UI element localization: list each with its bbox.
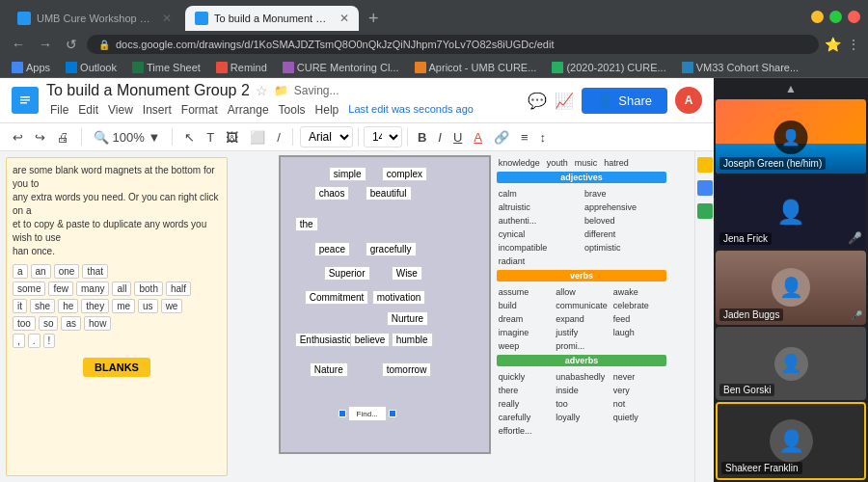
canvas-word-superior[interactable]: Superior bbox=[324, 266, 370, 281]
bookmark-apricot[interactable]: Apricot - UMB CURE... bbox=[411, 60, 541, 75]
word-tag-that[interactable]: that bbox=[82, 264, 108, 279]
adj-apprehensive[interactable]: apprehensive bbox=[583, 201, 666, 213]
color-button[interactable]: A bbox=[469, 127, 487, 147]
word-tag-an[interactable]: an bbox=[31, 264, 51, 279]
adv-there[interactable]: there bbox=[497, 385, 553, 396]
word-so[interactable]: so bbox=[39, 316, 59, 331]
back-button[interactable]: ← bbox=[8, 35, 29, 54]
new-tab-button[interactable]: + bbox=[363, 7, 385, 31]
underline-button[interactable]: U bbox=[448, 127, 467, 147]
menu-help[interactable]: Help bbox=[312, 101, 343, 119]
canvas-word-enthusiastic[interactable]: Enthusiastic bbox=[295, 333, 357, 347]
bookmark-vm33[interactable]: VM33 Cohort Share... bbox=[678, 60, 802, 75]
canvas-word-wise[interactable]: Wise bbox=[392, 266, 422, 281]
adj-radiant[interactable]: radiant bbox=[497, 255, 581, 267]
font-size-selector[interactable]: 14 bbox=[364, 126, 402, 147]
rw-youth[interactable]: youth bbox=[545, 157, 570, 169]
menu-insert[interactable]: Insert bbox=[139, 101, 176, 119]
adv-too[interactable]: too bbox=[554, 398, 610, 410]
docs-title-text[interactable]: To build a Monument Group 2 bbox=[46, 82, 250, 99]
v-dream[interactable]: dream bbox=[497, 313, 553, 325]
word-too[interactable]: too bbox=[13, 316, 36, 331]
adv-loyally[interactable]: loyally bbox=[554, 412, 610, 423]
v-communicate[interactable]: communicate bbox=[554, 300, 610, 311]
font-selector[interactable]: Arial bbox=[300, 126, 353, 147]
canvas-word-humble[interactable]: humble bbox=[392, 333, 433, 347]
sidebar-icon-2[interactable] bbox=[697, 180, 713, 196]
canvas-word-simple[interactable]: simple bbox=[329, 167, 366, 181]
adj-calm[interactable]: calm bbox=[497, 188, 581, 200]
move-icon[interactable]: 📁 bbox=[274, 84, 288, 97]
canvas-word-nature[interactable]: Nature bbox=[310, 362, 348, 377]
menu-tools[interactable]: Tools bbox=[275, 101, 310, 119]
word-some[interactable]: some bbox=[13, 281, 45, 296]
canvas-word-commitment[interactable]: Commitment bbox=[305, 290, 369, 305]
rw-hatred[interactable]: hatred bbox=[602, 157, 631, 169]
comment-icon[interactable]: 💬 bbox=[528, 92, 547, 110]
canvas-word-nurture[interactable]: Nurture bbox=[387, 311, 428, 326]
adj-beloved[interactable]: beloved bbox=[583, 215, 666, 227]
menu-file[interactable]: File bbox=[46, 101, 72, 119]
sidebar-icon-3[interactable] bbox=[697, 203, 713, 219]
maximize-button[interactable] bbox=[829, 11, 842, 23]
refresh-button[interactable]: ↺ bbox=[62, 35, 81, 54]
blanks-button[interactable]: BLANKS bbox=[83, 358, 150, 377]
adj-altruistic[interactable]: altruistic bbox=[497, 201, 581, 213]
word-they[interactable]: they bbox=[81, 299, 109, 313]
line-tool[interactable]: / bbox=[272, 127, 285, 147]
adv-quietly[interactable]: quietly bbox=[611, 412, 667, 423]
share-button[interactable]: 👤 Share bbox=[582, 88, 667, 114]
word-he[interactable]: he bbox=[58, 299, 78, 313]
last-edit-link[interactable]: Last edit was seconds ago bbox=[344, 101, 477, 119]
rw-music[interactable]: music bbox=[573, 157, 600, 169]
adv-unabashedly[interactable]: unabashedly bbox=[554, 371, 610, 383]
word-exclaim[interactable]: ! bbox=[43, 334, 56, 348]
v-allow[interactable]: allow bbox=[554, 286, 610, 298]
minimize-button[interactable] bbox=[811, 11, 824, 23]
extensions-icon[interactable]: ⭐ bbox=[825, 37, 841, 52]
word-us[interactable]: us bbox=[138, 299, 158, 313]
url-bar[interactable]: 🔒 docs.google.com/drawings/d/1KoSMAJDZTs… bbox=[87, 35, 819, 54]
canvas-word-motivation[interactable]: motivation bbox=[372, 290, 426, 305]
word-all[interactable]: all bbox=[112, 281, 131, 296]
canvas-word-tomorrow[interactable]: tomorrow bbox=[382, 362, 432, 377]
tab-2[interactable]: To build a Monument Group 2 ... ✕ bbox=[185, 6, 359, 31]
link-button[interactable]: 🔗 bbox=[489, 127, 514, 147]
collapse-button[interactable]: ▲ bbox=[716, 80, 866, 97]
v-assume[interactable]: assume bbox=[497, 286, 553, 298]
align-button[interactable]: ≡ bbox=[516, 127, 533, 147]
adv-really[interactable]: really bbox=[497, 398, 553, 410]
word-comma[interactable]: , bbox=[13, 334, 25, 348]
canvas-word-the[interactable]: the bbox=[295, 217, 318, 231]
bookmark-remind[interactable]: Remind bbox=[212, 60, 271, 75]
bookmark-outlook[interactable]: Outlook bbox=[62, 60, 121, 75]
adv-inside[interactable]: inside bbox=[554, 385, 610, 396]
rw-knowledge[interactable]: knowledge bbox=[497, 157, 542, 169]
word-tag-a[interactable]: a bbox=[13, 264, 28, 279]
word-few[interactable]: few bbox=[48, 281, 73, 296]
v-build[interactable]: build bbox=[497, 300, 553, 311]
menu-format[interactable]: Format bbox=[177, 101, 222, 119]
word-me[interactable]: me bbox=[112, 299, 135, 313]
tab-1[interactable]: UMB Cure Workshop Concept:d... ✕ bbox=[8, 6, 181, 31]
tab1-close[interactable]: ✕ bbox=[162, 12, 172, 25]
tab2-close[interactable]: ✕ bbox=[339, 12, 349, 25]
bold-button[interactable]: B bbox=[413, 127, 431, 147]
adj-cynical[interactable]: cynical bbox=[497, 228, 581, 240]
redo-button[interactable]: ↪ bbox=[30, 127, 50, 147]
canvas-word-complex[interactable]: complex bbox=[382, 167, 427, 181]
word-we[interactable]: we bbox=[161, 299, 183, 313]
v-expand[interactable]: expand bbox=[554, 313, 610, 325]
canvas-word-believe[interactable]: believe bbox=[350, 333, 391, 347]
word-half[interactable]: half bbox=[166, 281, 191, 296]
menu-view[interactable]: View bbox=[104, 101, 137, 119]
v-feed[interactable]: feed bbox=[611, 313, 667, 325]
adj-incompatible[interactable]: incompatible bbox=[497, 242, 581, 254]
line-spacing-button[interactable]: ↕ bbox=[535, 127, 552, 147]
canvas-word-beautiful[interactable]: beautiful bbox=[366, 186, 412, 201]
v-justify[interactable]: justify bbox=[554, 327, 610, 338]
menu-edit[interactable]: Edit bbox=[74, 101, 102, 119]
menu-arrange[interactable]: Arrange bbox=[224, 101, 273, 119]
shape-tool[interactable]: ⬜ bbox=[245, 127, 270, 147]
select-tool[interactable]: ↖ bbox=[179, 127, 200, 147]
